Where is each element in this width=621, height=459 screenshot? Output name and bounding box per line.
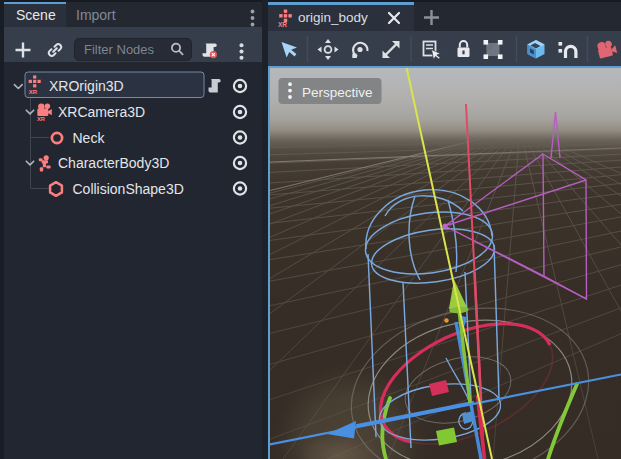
svg-text:XRCamera3D: XRCamera3D (58, 104, 145, 120)
svg-text:CharacterBody3D: CharacterBody3D (58, 155, 169, 171)
svg-text:XR: XR (278, 21, 287, 27)
svg-text:XR: XR (37, 116, 46, 122)
svg-text:Perspective: Perspective (302, 85, 373, 100)
svg-text:Neck: Neck (73, 130, 106, 146)
svg-text:XROrigin3D: XROrigin3D (49, 78, 124, 94)
svg-text:CollisionShape3D: CollisionShape3D (73, 181, 184, 197)
svg-text:XR: XR (29, 89, 38, 95)
